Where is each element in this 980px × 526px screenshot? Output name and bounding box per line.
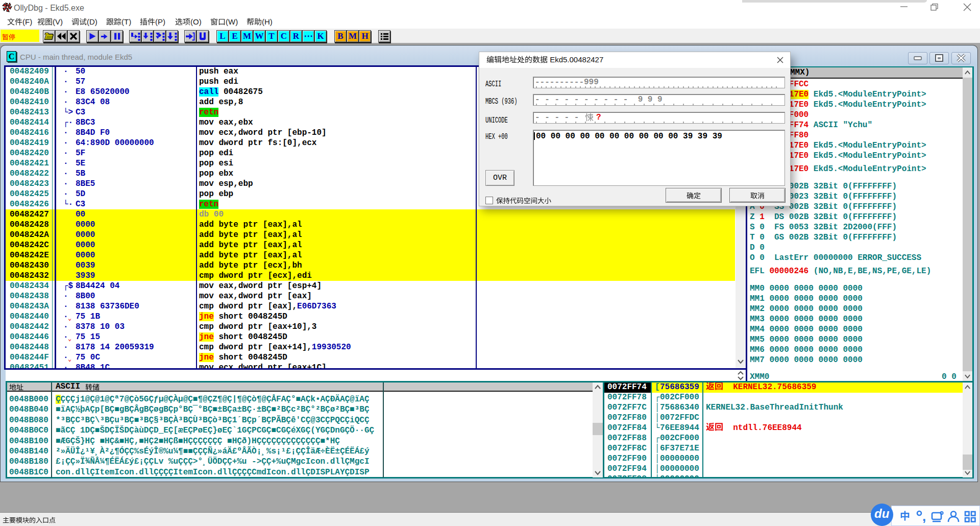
svg-text:,: , bbox=[922, 510, 926, 523]
